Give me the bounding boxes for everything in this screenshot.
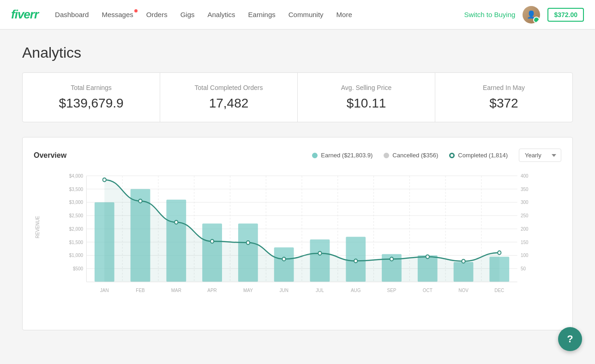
stat-value: $372	[450, 96, 558, 111]
nav-link-gigs[interactable]: Gigs	[180, 11, 195, 18]
legend-dot-cancelled	[384, 153, 389, 158]
y-label-right: 300	[521, 200, 529, 205]
line-dot	[210, 239, 214, 243]
stat-label: Total Completed Orders	[175, 84, 282, 91]
month-label: SEP	[387, 288, 397, 293]
y-label-left: $3,500	[69, 186, 84, 192]
legend-cancelled: Cancelled ($356)	[384, 152, 438, 159]
line-dot	[462, 259, 465, 263]
navbar-right: Switch to Buying 👤 $372.00	[464, 6, 584, 24]
switch-buying-button[interactable]: Switch to Buying	[464, 11, 516, 18]
line-dot	[246, 241, 250, 245]
y-label-left: $3,000	[69, 200, 84, 205]
month-label: OCT	[423, 288, 433, 293]
y-label-left: $2,500	[69, 213, 84, 219]
legend-dot-completed	[449, 153, 455, 158]
legend-label-earned: Earned ($21,803.9)	[321, 152, 373, 159]
month-label: MAY	[243, 288, 253, 293]
legend-earned: Earned ($21,803.9)	[312, 152, 373, 159]
logo[interactable]: fiverr	[11, 7, 38, 22]
avatar-image: 👤	[523, 6, 540, 24]
stats-card: Total Earnings $139,679.9 Total Complete…	[22, 72, 573, 122]
y-label-left: $4,000	[69, 173, 84, 179]
nav-link-messages[interactable]: Messages	[102, 11, 133, 18]
main-content: Analytics Total Earnings $139,679.9 Tota…	[0, 30, 595, 345]
y-label-right: 200	[521, 227, 529, 232]
y-label-right: 100	[521, 253, 529, 258]
y-label-right: 150	[521, 239, 529, 245]
month-label: FEB	[136, 288, 144, 293]
legend-label-cancelled: Cancelled ($356)	[392, 152, 438, 159]
line-dot	[318, 251, 321, 255]
y-label-right: 250	[521, 213, 529, 219]
y-label-left: $1,500	[69, 239, 84, 245]
page-title: Analytics	[22, 44, 573, 61]
line-dot	[498, 251, 501, 255]
notification-dot	[134, 9, 138, 12]
stat-label: Avg. Selling Price	[313, 84, 420, 91]
stat-item: Avg. Selling Price $10.11	[298, 73, 435, 122]
chart-svg: $500$1,000$1,500$2,000$2,500$3,000$3,500…	[61, 171, 538, 300]
chart-legend: Earned ($21,803.9) Cancelled ($356) Comp…	[312, 152, 508, 159]
line-dot	[174, 221, 178, 224]
month-label: NOV	[458, 288, 469, 293]
month-label: MAR	[171, 288, 182, 293]
stat-label: Earned In May	[450, 84, 558, 91]
stat-item: Earned In May $372	[435, 73, 572, 122]
navbar: fiverr DashboardMessagesOrdersGigsAnalyt…	[0, 0, 595, 30]
month-label: AUG	[351, 288, 361, 293]
overview-section: Overview Earned ($21,803.9) Cancelled ($…	[22, 137, 573, 330]
y-label-left: $1,000	[69, 253, 84, 258]
legend-dot-earned	[312, 153, 318, 158]
stat-item: Total Earnings $139,679.9	[23, 73, 160, 122]
stat-value: 17,482	[175, 96, 282, 111]
overview-title: Overview	[34, 151, 66, 160]
overview-header: Overview Earned ($21,803.9) Cancelled ($…	[34, 149, 561, 162]
stat-value: $10.11	[313, 96, 420, 111]
line-dot	[390, 257, 393, 261]
nav-link-dashboard[interactable]: Dashboard	[55, 11, 89, 18]
chart-area: $500$1,000$1,500$2,000$2,500$3,000$3,500…	[61, 171, 538, 300]
month-label: JUL	[316, 288, 324, 293]
line-dot	[426, 255, 429, 258]
line-dot	[354, 259, 357, 263]
nav-link-analytics[interactable]: Analytics	[208, 11, 235, 18]
balance-badge[interactable]: $372.00	[547, 8, 584, 22]
period-select[interactable]: YearlyMonthlyWeekly	[519, 149, 561, 162]
month-label: JAN	[100, 288, 109, 293]
nav-link-earnings[interactable]: Earnings	[248, 11, 276, 18]
nav-link-orders[interactable]: Orders	[146, 11, 168, 18]
stat-value: $139,679.9	[37, 96, 145, 111]
line-dot	[138, 199, 142, 203]
chart-container: REVENUE $500$1,000$1,500$2,000$2,500$3,0…	[34, 171, 561, 319]
y-label-left: $500	[73, 266, 83, 272]
stat-label: Total Earnings	[37, 84, 145, 91]
y-label-right: 50	[521, 266, 526, 272]
y-axis-label: REVENUE	[35, 216, 40, 238]
nav-link-more[interactable]: More	[337, 11, 352, 18]
month-label: DEC	[494, 288, 504, 293]
y-label-left: $2,000	[69, 227, 84, 232]
avatar[interactable]: 👤	[523, 6, 540, 24]
y-label-right: 400	[521, 173, 529, 179]
legend-label-completed: Completed (1,814)	[458, 152, 508, 159]
month-label: JUN	[279, 288, 288, 293]
line-dot	[103, 178, 106, 182]
legend-completed: Completed (1,814)	[449, 152, 508, 159]
stat-item: Total Completed Orders 17,482	[160, 73, 298, 122]
nav-links: DashboardMessagesOrdersGigsAnalyticsEarn…	[55, 11, 464, 18]
y-label-right: 350	[521, 186, 529, 192]
line-dot	[282, 257, 286, 261]
nav-link-community[interactable]: Community	[288, 11, 324, 18]
month-label: APR	[207, 288, 217, 293]
